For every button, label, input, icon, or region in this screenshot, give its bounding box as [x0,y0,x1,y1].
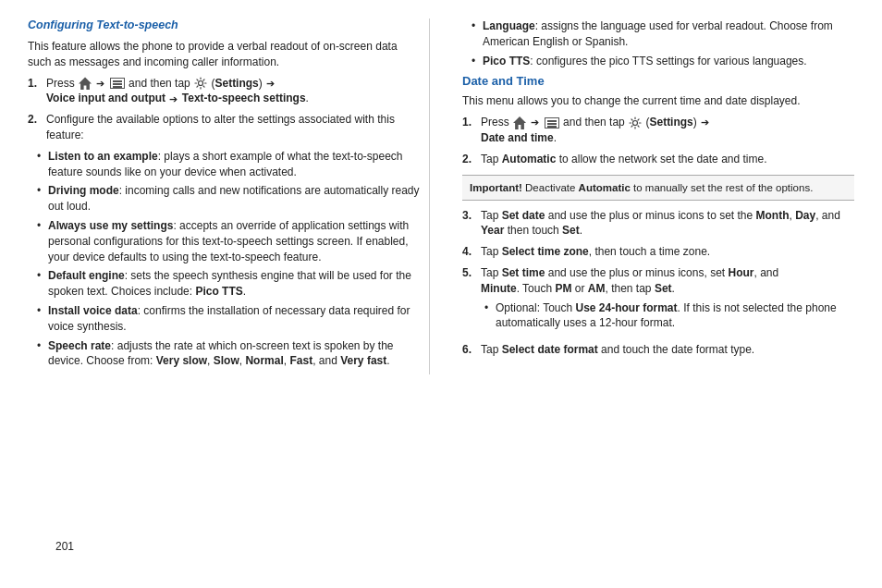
right-steps-1: 1. Press ➔ and then tap ( [462,115,854,166]
bullet-speech-text: Speech rate: adjusts the rate at which o… [48,338,420,370]
bullet-language: • Language: assigns the language used fo… [472,18,854,50]
bullet-install-voice: • Install voice data: confirms the insta… [37,303,420,335]
bullet-dot: • [37,183,44,214]
right-step-3-content: Tap Set date and use the plus or minus i… [481,208,854,239]
subbullet-24hr: • Optional: Touch Use 24-hour format. If… [484,300,854,332]
right-top-bullets: • Language: assigns the language used fo… [462,18,854,68]
voice-input-label: Voice input and output [46,92,165,104]
bullet-default-engine: • Default engine: sets the speech synthe… [37,268,420,300]
very-slow-label: Very slow [156,354,207,367]
bullet-listen-text: Listen to an example: plays a short exam… [48,149,420,180]
right-step-3: 3. Tap Set date and use the plus or minu… [462,208,854,239]
left-intro: This feature allows the phone to provide… [28,39,420,70]
home-icon [79,77,92,90]
always-label: Always use my settings [48,219,173,232]
step-num-r3: 3. [462,208,475,239]
bullet-dot: • [37,218,44,264]
bullet-dot: • [37,338,44,370]
right-step-1-content: Press ➔ and then tap (Settings) ➔ [481,115,710,146]
right-step-4: 4. Tap Select time zone, then touch a ti… [462,244,854,260]
set-label-1: Set [562,224,580,237]
select-timezone-label: Select time zone [502,245,589,258]
bullet-dot: • [37,303,44,335]
year-label: Year [481,224,504,237]
right-step-2: 2. Tap Automatic to allow the network se… [462,152,854,167]
bullet-always-text: Always use my settings: accepts an overr… [48,218,420,264]
left-step-1: 1. Press ➔ and then tap ( [28,76,420,107]
normal-label: Normal [245,354,283,367]
use-24hr-label: Use 24-hour format [576,301,678,314]
date-time-intro: This menu allows you to change the curre… [462,93,854,109]
settings-icon-1 [194,77,207,90]
important-label: Important! [470,182,522,193]
slow-label: Slow [214,354,239,367]
bullet-install-text: Install voice data: confirms the install… [48,303,420,335]
important-rest: to manually set the rest of the options. [631,182,814,193]
bullet-dot: • [472,18,479,50]
set-date-label: Set date [502,209,545,222]
step-num-r1: 1. [462,115,475,146]
day-label: Day [795,209,815,222]
month-label: Month [756,209,790,222]
home-icon-r [513,116,526,129]
hour-label: Hour [728,266,753,279]
right-step-1: 1. Press ➔ and then tap ( [462,115,854,146]
date-and-time-label: Date and time [481,131,554,144]
step-num-r4: 4. [462,244,475,260]
step-5-subbullets: • Optional: Touch Use 24-hour format. If… [481,300,854,332]
left-section-title: Configuring Text-to-speech [28,18,420,31]
arrow-r1: ➔ [531,116,539,129]
right-step-6-content: Tap Select date format and touch the dat… [481,342,754,358]
bullet-dot: • [472,54,479,69]
right-step-4-content: Tap Select time zone, then touch a time … [481,244,710,260]
settings-label-1: Settings [214,77,258,90]
bullet-engine-text: Default engine: sets the speech synthesi… [48,268,420,300]
left-bullets: • Listen to an example: plays a short ex… [28,149,420,369]
arrow-icon: ➔ [96,77,104,91]
bullet-dot: • [37,149,44,180]
step-num-2: 2. [28,112,41,143]
pico-tts-label-1: Pico TTS [195,285,242,298]
speech-label: Speech rate [48,339,111,352]
automatic-label-2: Automatic [579,182,631,193]
page-number: 201 [55,540,74,553]
step-num-r6: 6. [462,342,475,358]
set-time-label: Set time [502,266,545,279]
bullet-driving: • Driving mode: incoming calls and new n… [37,183,420,214]
important-box: Important! Deactivate Automatic to manua… [462,175,854,201]
step-num-r2: 2. [462,152,475,167]
left-column: Configuring Text-to-speech This feature … [28,18,430,374]
left-step-2: 2. Configure the available options to al… [28,112,420,143]
two-column-layout: Configuring Text-to-speech This feature … [28,18,854,374]
bullet-pico-tts: • Pico TTS: configures the pico TTS sett… [472,54,854,69]
fast-label: Fast [289,354,312,367]
bullet-always: • Always use my settings: accepts an ove… [37,218,420,264]
settings-label-r: Settings [649,116,692,129]
settings-icon-r [629,116,642,129]
pico-tts-label-2: Pico TTS [483,55,530,67]
left-steps: 1. Press ➔ and then tap ( [28,76,420,143]
bullet-dot: • [37,268,44,300]
date-time-title: Date and Time [462,74,854,88]
step-2-content: Configure the available options to alter… [46,112,420,143]
important-text: Deactivate [522,182,579,193]
bullet-pico-text: Pico TTS: configures the pico TTS settin… [483,54,807,69]
bullet-driving-text: Driving mode: incoming calls and new not… [48,183,420,214]
menu-icon [110,78,125,89]
page-content: Configuring Text-to-speech This feature … [28,18,854,570]
am-label: AM [588,282,606,295]
arrow-r2: ➔ [701,116,709,129]
arrow-icon-2: ➔ [266,77,275,91]
bullet-dot: • [484,300,492,332]
pm-label: PM [555,282,571,295]
select-date-format-label: Select date format [502,343,598,356]
engine-label: Default engine [48,269,125,282]
very-fast-label: Very fast [340,354,386,367]
bullet-language-text: Language: assigns the language used for … [483,18,854,50]
arrow-icon-3: ➔ [169,92,178,106]
svg-point-0 [199,81,203,86]
menu-icon-r [545,117,559,129]
right-step-5: 5. Tap Set time and use the plus or minu… [462,265,854,337]
bullet-speech-rate: • Speech rate: adjusts the rate at which… [37,338,420,370]
automatic-label-1: Automatic [502,153,557,165]
